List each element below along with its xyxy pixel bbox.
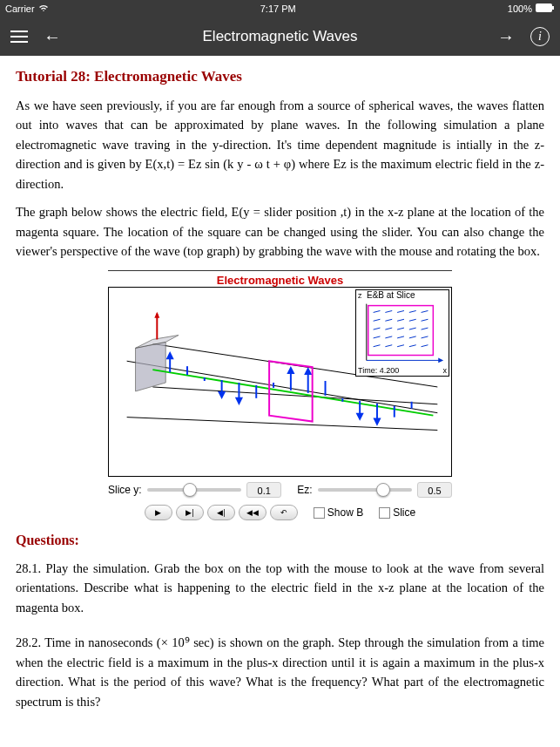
- svg-marker-36: [438, 357, 443, 363]
- svg-line-61: [409, 344, 416, 346]
- play-button[interactable]: ▶: [145, 505, 172, 520]
- ez-label: Ez:: [297, 484, 312, 496]
- svg-line-40: [397, 310, 404, 312]
- menu-icon[interactable]: [10, 31, 28, 43]
- rewind-button[interactable]: ◀◀: [239, 505, 267, 520]
- inset-vector-field: [356, 300, 449, 366]
- back-button[interactable]: ←: [44, 27, 61, 47]
- svg-line-46: [409, 319, 416, 321]
- battery-pct: 100%: [508, 3, 532, 14]
- intro-paragraph-1: As we have seen previously, if you are f…: [16, 96, 544, 194]
- svg-line-42: [422, 310, 428, 312]
- svg-line-53: [374, 336, 381, 338]
- svg-line-47: [422, 319, 428, 321]
- svg-marker-30: [374, 418, 380, 424]
- svg-line-59: [385, 344, 392, 346]
- reset-button[interactable]: ↶: [270, 505, 298, 520]
- svg-line-5: [127, 417, 438, 430]
- sim-title: Electromagnetic Waves: [108, 270, 452, 287]
- svg-marker-9: [154, 311, 159, 317]
- svg-marker-28: [357, 413, 362, 418]
- slice-cb-label: Slice: [393, 506, 415, 519]
- svg-rect-0: [536, 3, 552, 12]
- svg-line-39: [385, 310, 392, 312]
- tutorial-title: Tutorial 28: Electromagnetic Waves: [16, 68, 544, 85]
- svg-line-54: [385, 336, 392, 338]
- svg-line-45: [397, 319, 404, 321]
- inset-time: Time: 4.200: [358, 366, 399, 375]
- carrier-label: Carrier: [5, 3, 35, 14]
- svg-marker-12: [167, 353, 172, 358]
- inset-z-axis: z: [358, 291, 362, 300]
- svg-line-58: [374, 344, 381, 346]
- svg-line-50: [397, 328, 404, 329]
- question-2: 28.2. Time in nanoseconds (× 10⁹ sec) is…: [16, 633, 544, 711]
- svg-line-49: [385, 328, 392, 329]
- sim-3d-graph[interactable]: z E&B at Slice Time: 4.200 x: [108, 287, 452, 477]
- battery-icon: [536, 3, 555, 14]
- page-title: Electromagnetic Waves: [203, 28, 358, 45]
- svg-line-43: [374, 319, 381, 321]
- status-bar: Carrier 7:17 PM 100%: [0, 0, 560, 17]
- show-b-label: Show B: [327, 506, 363, 519]
- svg-line-62: [422, 344, 428, 346]
- svg-marker-16: [219, 392, 225, 397]
- svg-marker-22: [288, 368, 293, 373]
- svg-line-55: [397, 336, 404, 338]
- svg-line-51: [409, 328, 416, 329]
- ez-value: 0.5: [417, 482, 452, 498]
- question-1: 28.1. Play the simulation. Grab the box …: [16, 559, 544, 617]
- wifi-icon: [38, 3, 49, 14]
- slice-label: Slice y:: [108, 484, 142, 496]
- svg-line-57: [422, 336, 428, 338]
- show-b-checkbox[interactable]: [314, 507, 325, 519]
- simulation: Electromagnetic Waves: [108, 270, 452, 520]
- intro-paragraph-2: The graph below shows the electric field…: [16, 202, 544, 261]
- questions-heading: Questions:: [16, 533, 544, 548]
- forward-button[interactable]: →: [497, 27, 515, 47]
- nav-bar: ← Electromagnetic Waves → i: [0, 17, 560, 56]
- svg-line-38: [374, 310, 381, 312]
- content-area: Tutorial 28: Electromagnetic Waves As we…: [0, 56, 560, 747]
- slice-checkbox[interactable]: [379, 507, 390, 519]
- svg-marker-24: [306, 369, 311, 374]
- svg-rect-1: [552, 6, 554, 10]
- svg-line-48: [374, 328, 381, 329]
- ez-slider[interactable]: [318, 488, 412, 492]
- info-button[interactable]: i: [530, 27, 550, 46]
- status-time: 7:17 PM: [260, 3, 296, 14]
- svg-line-44: [385, 319, 392, 321]
- svg-marker-6: [136, 342, 166, 390]
- svg-line-56: [409, 336, 416, 338]
- svg-line-52: [422, 328, 428, 329]
- inset-x-axis: x: [443, 366, 448, 375]
- svg-line-60: [397, 344, 404, 346]
- svg-line-41: [409, 310, 416, 312]
- step-back-button[interactable]: ◀|: [207, 505, 235, 520]
- slice-value: 0.1: [246, 482, 281, 498]
- svg-rect-34: [368, 305, 434, 355]
- inset-plot: z E&B at Slice Time: 4.200 x: [355, 289, 449, 377]
- svg-line-10: [152, 370, 433, 416]
- step-fwd-button[interactable]: ▶|: [176, 505, 204, 520]
- svg-marker-18: [236, 398, 241, 404]
- slice-slider[interactable]: [147, 488, 241, 492]
